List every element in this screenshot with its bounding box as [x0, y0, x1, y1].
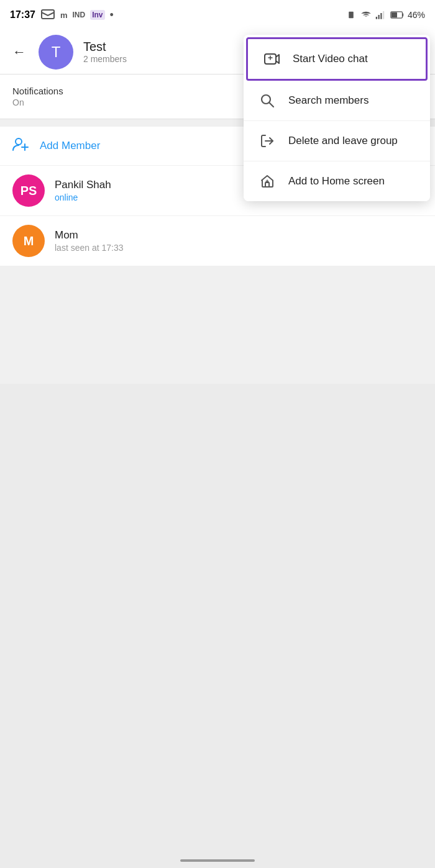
search-icon	[259, 92, 276, 109]
dropdown-item-label: Add to Home screen	[288, 175, 385, 188]
dropdown-item-label: Start Video chat	[293, 53, 368, 65]
dropdown-item-label: Delete and leave group	[288, 135, 398, 147]
dropdown-item-label: Search members	[288, 94, 369, 107]
dropdown-item-add-home[interactable]: Add to Home screen	[244, 161, 430, 201]
dropdown-item-search-members[interactable]: Search members	[244, 81, 430, 121]
dropdown-item-delete-leave[interactable]: Delete and leave group	[244, 121, 430, 161]
dropdown-menu: Start Video chat Search members Delete	[244, 35, 430, 201]
svg-line-15	[269, 102, 273, 107]
svg-rect-17	[265, 183, 269, 187]
video-chat-icon	[263, 50, 280, 68]
dropdown-item-video-chat[interactable]: Start Video chat	[246, 37, 428, 81]
leave-icon	[259, 132, 276, 150]
home-add-icon	[259, 173, 276, 190]
dropdown-overlay: Start Video chat Search members Delete	[0, 0, 435, 868]
